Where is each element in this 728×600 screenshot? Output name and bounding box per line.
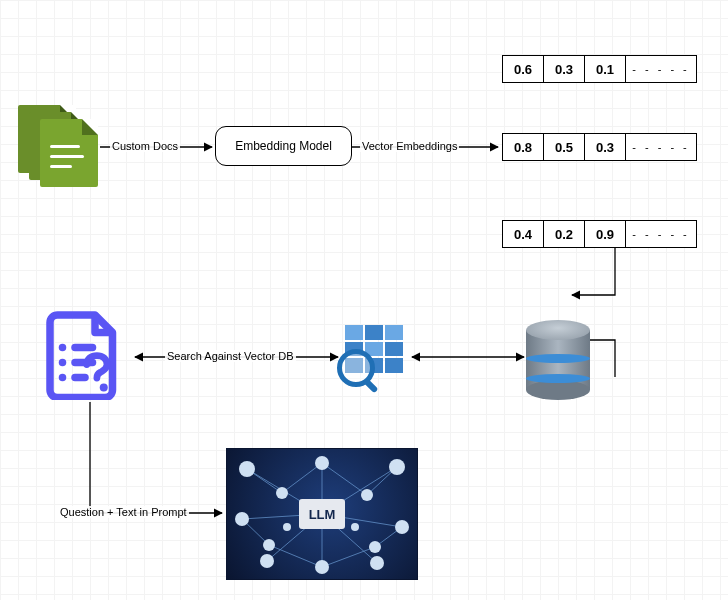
vector-cell: 0.9	[585, 221, 626, 247]
svg-point-31	[260, 554, 274, 568]
embedding-model-node: Embedding Model	[215, 126, 352, 166]
svg-point-10	[100, 384, 108, 392]
svg-point-40	[351, 523, 359, 531]
vector-cell: 0.1	[585, 56, 626, 82]
svg-point-35	[276, 487, 288, 499]
svg-point-28	[389, 459, 405, 475]
svg-point-30	[395, 520, 409, 534]
svg-point-27	[239, 461, 255, 477]
svg-point-34	[315, 560, 329, 574]
label-vector-embeddings: Vector Embeddings	[360, 140, 459, 152]
label-question-prompt: Question + Text in Prompt	[58, 506, 189, 518]
magnifier-icon	[337, 349, 375, 387]
vector-ellipsis: - - - - -	[626, 56, 696, 82]
vector-row-0: 0.6 0.3 0.1 - - - - -	[502, 55, 697, 83]
vector-ellipsis: - - - - -	[626, 221, 696, 247]
label-custom-docs: Custom Docs	[110, 140, 180, 152]
vector-cell: 0.2	[544, 221, 585, 247]
vector-cell: 0.5	[544, 134, 585, 160]
svg-line-23	[282, 463, 322, 493]
svg-rect-5	[71, 344, 96, 352]
svg-point-37	[263, 539, 275, 551]
svg-rect-9	[71, 374, 89, 382]
svg-line-24	[322, 463, 367, 495]
database-icon	[526, 320, 590, 400]
vector-cell: 0.3	[585, 134, 626, 160]
svg-point-29	[235, 512, 249, 526]
svg-line-26	[322, 547, 375, 567]
vector-row-2: 0.4 0.2 0.9 - - - - -	[502, 220, 697, 248]
vector-row-1: 0.8 0.5 0.3 - - - - -	[502, 133, 697, 161]
svg-point-32	[370, 556, 384, 570]
svg-point-38	[369, 541, 381, 553]
vector-cell: 0.6	[503, 56, 544, 82]
question-document-icon	[45, 310, 125, 404]
vector-cell: 0.4	[503, 221, 544, 247]
vector-cell: 0.3	[544, 56, 585, 82]
label-search-vector-db: Search Against Vector DB	[165, 350, 296, 362]
documents-icon	[18, 105, 98, 185]
svg-point-33	[315, 456, 329, 470]
vector-cell: 0.8	[503, 134, 544, 160]
search-grid-icon	[345, 325, 403, 373]
svg-point-8	[59, 374, 67, 382]
llm-network-icon: LLM	[226, 448, 418, 580]
svg-point-39	[283, 523, 291, 531]
svg-line-25	[269, 545, 322, 567]
vector-ellipsis: - - - - -	[626, 134, 696, 160]
svg-point-6	[59, 359, 67, 367]
llm-chip-label: LLM	[309, 507, 336, 522]
embedding-model-label: Embedding Model	[235, 139, 332, 153]
svg-point-36	[361, 489, 373, 501]
svg-point-4	[59, 344, 67, 352]
